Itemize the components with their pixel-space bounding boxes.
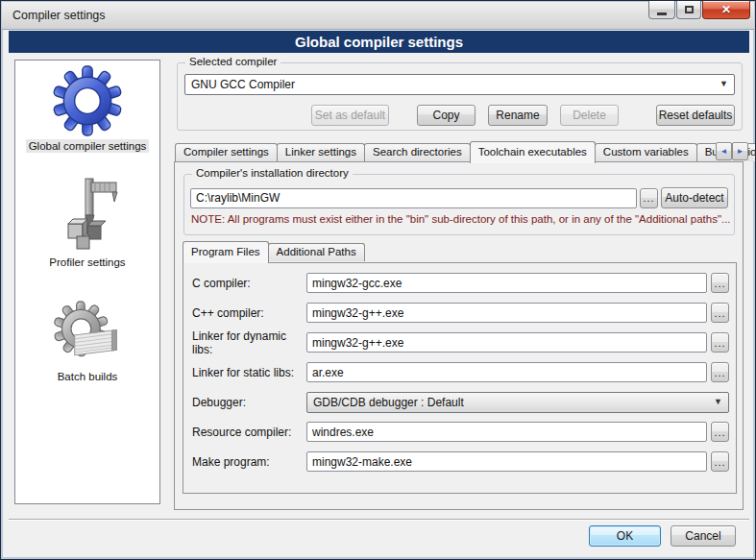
sidebar-item-label: Batch builds bbox=[55, 370, 121, 383]
make-program-input[interactable] bbox=[306, 451, 707, 472]
compiler-select-value: GNU GCC Compiler bbox=[191, 78, 295, 91]
sidebar-item-global-compiler-settings[interactable]: Global compiler settings bbox=[26, 65, 150, 153]
blue-gear-icon bbox=[52, 65, 123, 136]
program-files-panel: C compiler: ... C++ compiler: ... Linker… bbox=[183, 262, 737, 494]
sidebar-item-batch-builds[interactable]: Batch builds bbox=[53, 300, 122, 383]
window-controls: ✕ bbox=[648, 1, 750, 19]
debugger-select[interactable]: GDB/CDB debugger : Default ▼ bbox=[306, 392, 729, 413]
install-dir-browse-button[interactable]: ... bbox=[640, 188, 658, 208]
tab-custom-variables[interactable]: Custom variables bbox=[595, 143, 697, 161]
arrow-left-icon: ◄ bbox=[720, 147, 728, 156]
sidebar-item-profiler-settings[interactable]: Profiler settings bbox=[46, 176, 128, 269]
caliper-icon bbox=[49, 176, 126, 253]
tab-scroll-right-button[interactable]: ► bbox=[732, 142, 748, 160]
subtab-program-files[interactable]: Program Files bbox=[183, 241, 269, 263]
set-as-default-button[interactable]: Set as default bbox=[311, 105, 389, 126]
field-label: Resource compiler: bbox=[192, 426, 306, 439]
compiler-select[interactable]: GNU GCC Compiler ▼ bbox=[184, 74, 735, 95]
toolchain-row-c-compiler: C compiler: ... bbox=[192, 273, 729, 293]
toolchain-row-cpp-compiler: C++ compiler: ... bbox=[192, 303, 729, 323]
autodetect-button[interactable]: Auto-detect bbox=[661, 187, 728, 208]
tab-scroll-left-button[interactable]: ◄ bbox=[716, 142, 732, 160]
window-title: Compiler settings bbox=[12, 9, 106, 22]
gray-gear-icon bbox=[53, 300, 122, 367]
close-button[interactable]: ✕ bbox=[702, 1, 750, 19]
toolchain-executables-panel: Compiler's installation directory ... Au… bbox=[174, 161, 744, 510]
maximize-button[interactable] bbox=[676, 1, 701, 19]
ok-button[interactable]: OK bbox=[589, 525, 661, 547]
chevron-down-icon: ▼ bbox=[719, 79, 728, 88]
minimize-icon bbox=[657, 12, 667, 15]
subtab-additional-paths[interactable]: Additional Paths bbox=[268, 243, 365, 261]
selected-compiler-group: Selected compiler GNU GCC Compiler ▼ Set… bbox=[177, 62, 743, 131]
titlebar[interactable]: Compiler settings bbox=[2, 2, 754, 30]
field-label: Debugger: bbox=[192, 396, 306, 409]
toolchain-row-linker-static: Linker for static libs: ... bbox=[192, 362, 729, 382]
toolchain-row-linker-dynamic: Linker for dynamic libs: ... bbox=[192, 332, 729, 353]
browse-button[interactable]: ... bbox=[711, 362, 729, 382]
linker-static-input[interactable] bbox=[306, 362, 707, 382]
toolchain-row-debugger: Debugger: GDB/CDB debugger : Default ▼ bbox=[192, 392, 729, 412]
sidebar-item-label: Profiler settings bbox=[46, 256, 128, 269]
compiler-settings-dialog: Compiler settings ✕ Global compiler sett… bbox=[0, 0, 756, 560]
copy-button[interactable]: Copy bbox=[417, 105, 476, 126]
field-label: Linker for static libs: bbox=[192, 366, 306, 379]
sidebar-item-label: Global compiler settings bbox=[26, 139, 150, 153]
arrow-right-icon: ► bbox=[737, 147, 744, 156]
rename-button[interactable]: Rename bbox=[488, 105, 548, 126]
toolchain-row-make-program: Make program: ... bbox=[192, 451, 729, 472]
debugger-select-value: GDB/CDB debugger : Default bbox=[313, 396, 464, 409]
tab-scroll-buttons: ◄ ► bbox=[716, 142, 748, 160]
cpp-compiler-input[interactable] bbox=[306, 303, 707, 323]
maximize-icon bbox=[685, 6, 694, 13]
field-label: C++ compiler: bbox=[192, 306, 306, 320]
group-legend: Compiler's installation directory bbox=[192, 167, 353, 179]
install-dir-group: Compiler's installation directory ... Au… bbox=[183, 174, 735, 235]
field-label: Make program: bbox=[192, 455, 306, 469]
cancel-button[interactable]: Cancel bbox=[671, 525, 736, 547]
browse-button[interactable]: ... bbox=[711, 451, 729, 472]
install-dir-input[interactable] bbox=[190, 188, 637, 208]
field-label: Linker for dynamic libs: bbox=[192, 329, 306, 356]
install-dir-note: NOTE: All programs must exist either in … bbox=[191, 213, 731, 225]
chevron-down-icon: ▼ bbox=[714, 397, 722, 406]
tab-compiler-settings[interactable]: Compiler settings bbox=[175, 143, 278, 161]
page-title: Global compiler settings bbox=[9, 31, 749, 53]
compiler-tabstrip: Compiler settings Linker settings Search… bbox=[175, 140, 756, 163]
browse-button[interactable]: ... bbox=[711, 273, 729, 293]
program-subtabstrip: Program Files Additional Paths bbox=[183, 242, 364, 263]
minimize-button[interactable] bbox=[648, 1, 675, 19]
tab-linker-settings[interactable]: Linker settings bbox=[277, 143, 365, 161]
group-legend: Selected compiler bbox=[185, 56, 280, 67]
settings-category-list: Global compiler settings bbox=[14, 60, 160, 504]
linker-dynamic-input[interactable] bbox=[306, 332, 707, 353]
footer-divider bbox=[9, 519, 749, 520]
c-compiler-input[interactable] bbox=[306, 273, 707, 293]
field-label: C compiler: bbox=[192, 277, 306, 290]
tab-search-directories[interactable]: Search directories bbox=[364, 143, 471, 161]
browse-button[interactable]: ... bbox=[711, 303, 729, 323]
delete-button[interactable]: Delete bbox=[560, 105, 619, 126]
reset-defaults-button[interactable]: Reset defaults bbox=[656, 105, 735, 126]
browse-button[interactable]: ... bbox=[711, 422, 729, 442]
close-icon: ✕ bbox=[721, 3, 731, 16]
tab-toolchain-executables[interactable]: Toolchain executables bbox=[470, 141, 596, 163]
toolchain-row-resource-compiler: Resource compiler: ... bbox=[192, 422, 729, 442]
browse-button[interactable]: ... bbox=[711, 332, 729, 353]
resource-compiler-input[interactable] bbox=[306, 422, 707, 442]
